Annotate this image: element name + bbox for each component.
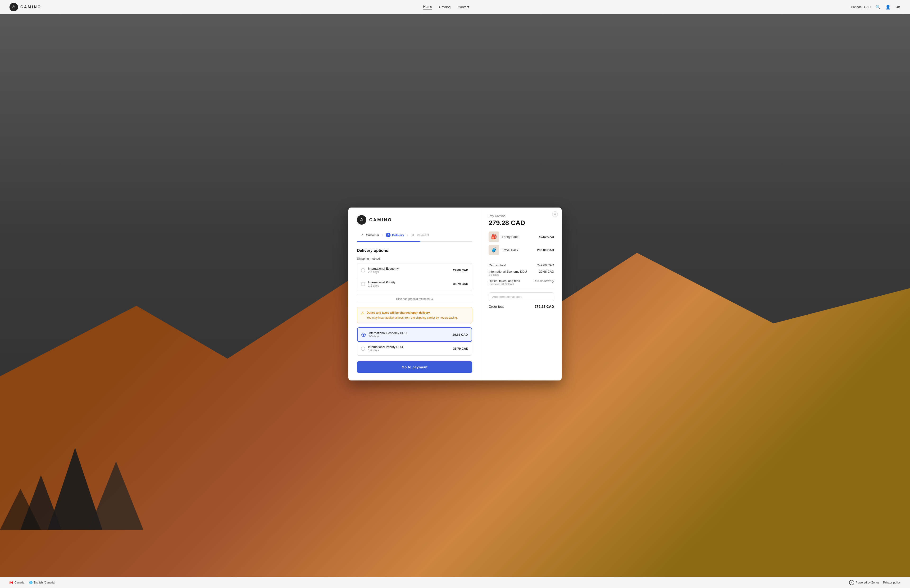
warning-line1: Duties and taxes will be charged upon de… (367, 310, 457, 315)
shipping-economy-info: International Economy 2-5 days (368, 267, 453, 274)
progress-bar-fill (357, 241, 420, 242)
step-delivery-label: Delivery (392, 233, 404, 237)
shipping-economy-name: International Economy (368, 267, 453, 270)
warning-line2: You may incur additional fees from the s… (367, 316, 457, 319)
shipping-option-economy-ddu[interactable]: International Economy DDU 2-5 days 29.68… (357, 327, 472, 342)
shipping-economy-ddu-name: International Economy DDU (369, 331, 453, 335)
chevron-up-icon: ∧ (431, 297, 433, 300)
modal-left-panel: CAMINO ✓ Customer › 2 Delivery › 3 Payme… (348, 208, 481, 380)
step-payment: 3 Payment (408, 231, 432, 239)
cart-subtotal-label: Cart subtotal (489, 263, 506, 267)
step-delivery-num: 2 (386, 233, 391, 237)
checkout-modal: CAMINO ✓ Customer › 2 Delivery › 3 Payme… (348, 208, 562, 380)
order-item-fanny-pack: 🎒 Fanny Pack 49.60 CAD (489, 231, 554, 242)
shipping-summary-value: 29.68 CAD (539, 270, 554, 273)
fanny-pack-name: Fanny Pack (502, 235, 536, 239)
radio-economy-ddu-fill (362, 334, 364, 336)
order-items: 🎒 Fanny Pack 49.60 CAD 🧳 Travel Pack 200… (489, 231, 554, 255)
shipping-option-priority[interactable]: International Priority 1-2 days 35.79 CA… (357, 277, 472, 291)
ddu-shipping-options: International Economy DDU 2-5 days 29.68… (357, 327, 472, 355)
order-total-label: Order total (489, 305, 504, 309)
shipping-priority-price: 35.79 CAD (453, 282, 468, 286)
shipping-priority-ddu-name: International Priority DDU (368, 345, 453, 349)
fanny-pack-image: 🎒 (489, 231, 499, 242)
duties-label: Duties, taxes, and fees (489, 279, 520, 283)
shipping-priority-ddu-price: 35.79 CAD (453, 347, 468, 351)
warning-box: ⚠ Duties and taxes will be charged upon … (357, 307, 472, 323)
cart-subtotal-value: 249.60 CAD (537, 263, 554, 267)
promo-code-input[interactable] (489, 292, 554, 301)
shipping-option-economy[interactable]: International Economy 2-5 days 29.68 CAD (357, 263, 472, 277)
step-customer-num: ✓ (360, 233, 364, 237)
order-item-travel-pack: 🧳 Travel Pack 200.00 CAD (489, 245, 554, 255)
hide-toggle-label: Hide non-prepaid methods (396, 297, 429, 300)
shipping-priority-days: 1-2 days (368, 284, 453, 288)
pay-amount: 279.28 CAD (489, 219, 554, 227)
modal-right-panel: × Pay Camino 279.28 CAD 🎒 Fanny Pack 49.… (481, 208, 562, 380)
duties-sub: Estimated 38.22 CAD (489, 283, 520, 286)
step-payment-label: Payment (417, 233, 429, 237)
progress-bar (357, 241, 472, 242)
step-customer-label: Customer (366, 233, 379, 237)
shipping-summary-sub: 2-5 days (489, 273, 527, 276)
shipping-method-label: Shipping method (357, 257, 472, 260)
shipping-economy-days: 2-5 days (368, 270, 453, 274)
shipping-economy-price: 29.68 CAD (453, 268, 468, 272)
radio-economy (361, 268, 365, 273)
shipping-row: International Economy DDU 2-5 days 29.68… (489, 270, 554, 276)
travel-pack-price: 200.00 CAD (537, 248, 554, 252)
radio-economy-ddu (361, 333, 366, 337)
shipping-economy-ddu-info: International Economy DDU 2-5 days (369, 331, 453, 338)
fanny-pack-price: 49.60 CAD (539, 235, 554, 239)
cart-subtotal-row: Cart subtotal 249.60 CAD (489, 263, 554, 267)
step-payment-num: 3 (411, 233, 415, 237)
shipping-economy-ddu-days: 2-5 days (369, 335, 453, 338)
prepaid-shipping-options: International Economy 2-5 days 29.68 CAD… (357, 263, 472, 291)
order-total-value: 279.28 CAD (534, 304, 554, 309)
warning-text: Duties and taxes will be charged upon de… (367, 310, 457, 320)
shipping-priority-ddu-days: 1-2 days (368, 349, 453, 352)
shipping-summary-label: International Economy DDU (489, 270, 527, 273)
shipping-priority-info: International Priority 1-2 days (368, 281, 453, 288)
duties-value: Due at delivery (533, 279, 554, 283)
modal-logo: CAMINO (357, 215, 472, 225)
radio-priority-ddu (361, 347, 365, 351)
go-to-payment-button[interactable]: Go to payment (357, 361, 472, 373)
divider-2 (489, 289, 554, 289)
step-delivery: 2 Delivery (383, 231, 407, 239)
close-button[interactable]: × (552, 211, 558, 217)
pay-label: Pay Camino (489, 214, 554, 218)
duties-summary-info: Duties, taxes, and fees Estimated 38.22 … (489, 279, 520, 286)
duties-row: Duties, taxes, and fees Estimated 38.22 … (489, 279, 554, 286)
step-customer: ✓ Customer (357, 231, 382, 239)
section-title: Delivery options (357, 248, 472, 253)
warning-icon: ⚠ (361, 311, 364, 320)
checkout-steps: ✓ Customer › 2 Delivery › 3 Payment (357, 231, 472, 239)
order-total-row: Order total 279.28 CAD (489, 304, 554, 309)
shipping-option-priority-ddu[interactable]: International Priority DDU 1-2 days 35.7… (357, 342, 472, 355)
shipping-priority-ddu-info: International Priority DDU 1-2 days (368, 345, 453, 352)
modal-overlay: CAMINO ✓ Customer › 2 Delivery › 3 Payme… (0, 0, 910, 588)
modal-logo-name: CAMINO (369, 218, 392, 223)
modal-logo-icon (357, 215, 366, 225)
radio-priority (361, 282, 365, 286)
shipping-economy-ddu-price: 29.68 CAD (453, 333, 468, 336)
shipping-priority-name: International Priority (368, 281, 453, 284)
travel-pack-name: Travel Pack (502, 248, 534, 252)
shipping-summary-info: International Economy DDU 2-5 days (489, 270, 527, 276)
hide-non-prepaid-toggle[interactable]: Hide non-prepaid methods ∧ (357, 295, 472, 303)
travel-pack-image: 🧳 (489, 245, 499, 255)
